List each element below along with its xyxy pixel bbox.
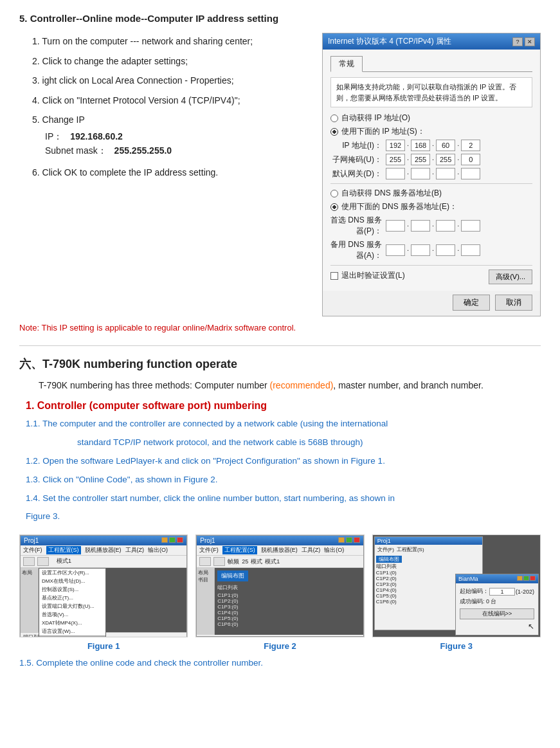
subnet-seg-1[interactable]: 255 — [386, 154, 405, 165]
checkbox-validate-box — [330, 272, 338, 280]
ip-seg-3[interactable]: 60 — [436, 140, 455, 151]
dialog-buttons: 确定 取消 — [323, 291, 540, 316]
menu-play: 脱机播放器(E) — [85, 546, 122, 554]
figures-row: Proj1 文件(F) 工程配置(S) 脱机播放器(E) 工具(Z) 输出(O) — [19, 534, 541, 651]
ip-field-row: IP 地址(I)： 192 . 168 . 60 . 2 — [330, 140, 532, 151]
subnet-field-input[interactable]: 255 . 255 . 255 . 0 — [386, 154, 480, 165]
step-1-2: 1.2. Open the software LedPlayer-k and c… — [26, 454, 541, 469]
gw-seg-4[interactable] — [461, 168, 480, 179]
fig3-bg-menubar: 文件(F) 工程配置(S) — [375, 545, 482, 554]
fig2-mode-value: 模式1 — [265, 558, 280, 566]
dns2-seg-4[interactable] — [461, 244, 480, 256]
bianma-body: 起始编码： 1 (1-202) 成功编码: 0 台 在线编码>> — [456, 583, 538, 635]
gateway-field-label: 默认网关(D)： — [330, 169, 382, 179]
figure1-wrap: Proj1 文件(F) 工程配置(S) 脱机播放器(E) 工具(Z) 输出(O) — [19, 534, 188, 651]
gw-seg-1[interactable] — [386, 168, 405, 179]
dialog-titlebar: Internet 协议版本 4 (TCP/IPv4) 属性 ? ✕ — [323, 33, 540, 50]
fig2-frame-value: 25 — [242, 558, 248, 565]
dns1-seg-2[interactable] — [411, 220, 430, 232]
tab-general[interactable]: 常规 — [330, 56, 363, 72]
gateway-field-row: 默认网关(D)： . . . — [330, 168, 532, 179]
figure3-wrap: Proj1 文件(F) 工程配置(S) 编辑布图 端口列表 C1P1:(0) C… — [372, 534, 541, 651]
toolbar-btn-1 — [23, 557, 35, 566]
step4: 4. Click on "Internet Protocol Version 4… — [32, 92, 309, 109]
ip-seg-4[interactable]: 2 — [461, 140, 480, 151]
ok-button[interactable]: 确定 — [453, 295, 490, 311]
dns1-input[interactable]: . . . — [386, 220, 480, 232]
minimize-btn[interactable]: ? — [512, 37, 523, 46]
ip-seg-1[interactable]: 192 — [386, 140, 405, 151]
menu-item-1: 设置工作区大小(R)... — [39, 569, 105, 577]
menu-output: 输出(O) — [148, 546, 168, 554]
fig2-body: 布局 书目 编辑布图 端口列表 C1P1:(0) C1P2:(0) C1P3:(… — [197, 568, 363, 635]
radio-manual-ip[interactable]: 使用下面的 IP 地址(S)： — [330, 126, 532, 137]
subnet-seg-4[interactable]: 0 — [461, 154, 480, 165]
step-1-4-line2: Figure 3. — [26, 509, 541, 524]
radio-manual-dns[interactable]: 使用下面的 DNS 服务器地址(E)： — [330, 201, 532, 212]
bianma-success-label: 成功编码: 0 台 — [460, 597, 497, 606]
step-1-5: 1.5. Complete the online code and check … — [19, 656, 541, 671]
fig1-sidebar: 布局 — [21, 568, 39, 632]
bianma-btns — [517, 576, 536, 582]
close-btn[interactable]: ✕ — [525, 37, 535, 46]
dns2-input[interactable]: . . . — [386, 244, 480, 256]
radio-auto-dns[interactable]: 自动获得 DNS 服务器地址(B) — [330, 188, 532, 199]
bianma-max — [523, 576, 529, 581]
radio-auto-ip[interactable]: 自动获得 IP 地址(O) — [330, 113, 532, 123]
checkbox-validate[interactable]: 退出时验证设置(L) — [330, 270, 405, 281]
ip-field-input[interactable]: 192 . 168 . 60 . 2 — [386, 140, 480, 151]
menu-item-4: 基点校正(T)... — [39, 594, 105, 602]
fig2-menu-play: 脱机播放器(E) — [261, 546, 298, 554]
fig3-bg: Proj1 文件(F) 工程配置(S) 编辑布图 端口列表 C1P1:(0) C… — [373, 535, 540, 637]
subnet-field-label: 子网掩码(U)： — [330, 154, 382, 165]
dns2-seg-2[interactable] — [411, 244, 430, 256]
subnet-seg-2[interactable]: 255 — [411, 154, 430, 165]
fig2-title: Proj1 — [200, 537, 215, 544]
left-text: 1. Turn on the computer --- network and … — [19, 33, 309, 316]
step-1-1-line1: 1.1. The computer and the controller are… — [26, 417, 541, 432]
menu-item-6: 首选项(V)... — [39, 610, 105, 619]
fig2-canvas: 编辑布图 端口列表 C1P1:(0) C1P2:(0) C1P3:(0) C1P… — [215, 568, 363, 635]
radio-manual-dns-label: 使用下面的 DNS 服务器地址(E)： — [341, 201, 457, 212]
subnet-line: Subnet mask： 255.255.255.0 — [45, 145, 309, 157]
bianma-range: (1-202) — [516, 588, 534, 595]
fig1-toolbar2: 模式1 — [21, 556, 186, 568]
ip-field-label: IP 地址(I)： — [330, 140, 382, 151]
step5: 5. Change IP — [32, 111, 309, 129]
ip-seg-2[interactable]: 168 — [411, 140, 430, 151]
bianma-online-btn[interactable]: 在线编码>> — [460, 608, 534, 619]
fig1-titlebar: Proj1 — [21, 536, 186, 545]
step2: 2. Click to change the adapter settings; — [32, 53, 309, 70]
dns2-seg-3[interactable] — [436, 244, 455, 256]
fig2-menu-output: 输出(O) — [324, 546, 344, 554]
radio-auto-dns-circle — [330, 190, 338, 197]
gw-seg-3[interactable] — [436, 168, 455, 179]
fig2-toolbar-btn1 — [199, 557, 211, 566]
cancel-button[interactable]: 取消 — [495, 295, 532, 311]
advanced-button[interactable]: 高级(V)... — [489, 269, 532, 284]
subnet-seg-3[interactable]: 255 — [436, 154, 455, 165]
dns2-seg-1[interactable] — [386, 244, 405, 256]
radio-manual-ip-label: 使用下面的 IP 地址(S)： — [341, 126, 425, 137]
change-ip-section: IP： 192.168.60.2 Subnet mask： 255.255.25… — [45, 131, 309, 157]
bianma-start-input[interactable]: 1 — [489, 588, 515, 596]
step-1-3: 1.3. Click on "Online Code", as shown in… — [26, 473, 541, 488]
fig2-frame-label: 帧频 — [228, 558, 239, 566]
tcp-ipv4-dialog: Internet 协议版本 4 (TCP/IPv4) 属性 ? ✕ 常规 如果网… — [322, 33, 541, 316]
fig2-edit-btn[interactable]: 编辑布图 — [217, 570, 248, 581]
fig1-min — [161, 537, 168, 543]
cursor-area: ↖ — [460, 622, 534, 631]
gw-seg-2[interactable] — [411, 168, 430, 179]
dns1-seg-1[interactable] — [386, 220, 405, 232]
fig2-port-c1p4: C1P4:(0) — [217, 610, 360, 616]
fig2-btns — [338, 537, 360, 544]
dns1-seg-3[interactable] — [436, 220, 455, 232]
ip-value: 192.168.60.2 — [70, 131, 123, 141]
step3: 3. ight click on Local Area Connection -… — [32, 72, 309, 89]
gateway-field-input[interactable]: . . . — [386, 168, 480, 179]
dns1-seg-4[interactable] — [461, 220, 480, 232]
radio-auto-dns-label: 自动获得 DNS 服务器地址(B) — [341, 188, 442, 199]
fig2-menu-tools: 工具(Z) — [302, 546, 321, 554]
section6-intro: T-790K numbering has three methods: Comp… — [39, 378, 541, 394]
bianma-title-text: BianMa — [458, 576, 478, 582]
